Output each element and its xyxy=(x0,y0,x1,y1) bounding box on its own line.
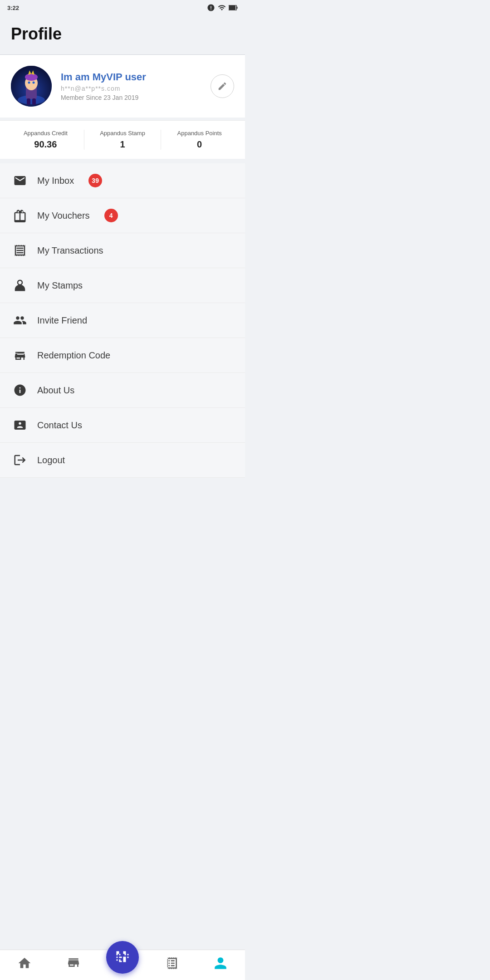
stat-credit: Appandus Credit 90.36 xyxy=(7,130,84,150)
pencil-icon xyxy=(217,81,227,91)
menu-label-vouchers: My Vouchers xyxy=(37,211,90,221)
logout-icon xyxy=(13,453,27,467)
svg-rect-13 xyxy=(32,98,36,105)
stat-stamp-label: Appandus Stamp xyxy=(88,130,157,137)
stat-credit-value: 90.36 xyxy=(11,139,80,150)
profile-since: Member Since 23 Jan 2019 xyxy=(61,94,201,101)
menu-item-invite[interactable]: Invite Friend xyxy=(0,303,245,338)
menu-label-inbox: My Inbox xyxy=(37,176,74,186)
menu-item-transactions[interactable]: My Transactions xyxy=(0,233,245,268)
profile-section: Im am MyVIP user h**n@a**p**s.com Member… xyxy=(0,55,245,118)
stat-stamp-value: 1 xyxy=(88,139,157,150)
mail-icon xyxy=(13,173,27,188)
stats-section: Appandus Credit 90.36 Appandus Stamp 1 A… xyxy=(0,120,245,159)
svg-point-11 xyxy=(33,82,35,84)
edit-profile-button[interactable] xyxy=(211,74,234,98)
menu-item-vouchers[interactable]: My Vouchers 4 xyxy=(0,198,245,233)
receipt-icon xyxy=(13,243,27,258)
stat-credit-label: Appandus Credit xyxy=(11,130,80,137)
stat-points: Appandus Points 0 xyxy=(161,130,238,150)
svg-rect-2 xyxy=(237,7,238,9)
status-bar: 3:22 xyxy=(0,0,245,15)
svg-rect-1 xyxy=(229,5,235,10)
profile-email: h**n@a**p**s.com xyxy=(61,85,201,92)
page-header: Profile xyxy=(0,15,245,54)
menu-label-about: About Us xyxy=(37,385,74,396)
menu-item-logout[interactable]: Logout xyxy=(0,443,245,478)
menu-label-stamps: My Stamps xyxy=(37,280,83,291)
page-title: Profile xyxy=(11,24,234,44)
redeem-icon xyxy=(13,348,27,363)
profile-info: Im am MyVIP user h**n@a**p**s.com Member… xyxy=(61,71,201,101)
menu-label-transactions: My Transactions xyxy=(37,245,103,256)
menu-label-logout: Logout xyxy=(37,455,65,466)
stat-points-value: 0 xyxy=(165,139,234,150)
people-icon xyxy=(13,313,27,328)
stat-points-label: Appandus Points xyxy=(165,130,234,137)
menu-label-invite: Invite Friend xyxy=(37,315,87,326)
svg-rect-12 xyxy=(27,98,30,105)
menu-item-contact[interactable]: Contact Us xyxy=(0,408,245,443)
gift-icon xyxy=(13,208,27,223)
info-icon xyxy=(13,383,27,397)
menu-section: My Inbox 39 My Vouchers 4 My Transaction… xyxy=(0,163,245,478)
menu-label-contact: Contact Us xyxy=(37,420,82,431)
stat-stamp: Appandus Stamp 1 xyxy=(84,130,162,150)
vouchers-badge: 4 xyxy=(104,209,118,222)
status-icons xyxy=(207,4,238,12)
menu-item-stamps[interactable]: My Stamps xyxy=(0,268,245,303)
menu-item-redemption[interactable]: Redemption Code xyxy=(0,338,245,373)
profile-name: Im am MyVIP user xyxy=(61,71,201,83)
inbox-badge: 39 xyxy=(88,174,102,187)
svg-point-10 xyxy=(28,82,30,84)
menu-item-inbox[interactable]: My Inbox 39 xyxy=(0,163,245,198)
avatar xyxy=(11,66,52,107)
status-time: 3:22 xyxy=(7,5,19,11)
stamp-icon xyxy=(13,278,27,293)
svg-point-7 xyxy=(25,74,38,81)
menu-item-about[interactable]: About Us xyxy=(0,373,245,408)
menu-label-redemption: Redemption Code xyxy=(37,350,110,361)
contact-card-icon xyxy=(13,418,27,432)
